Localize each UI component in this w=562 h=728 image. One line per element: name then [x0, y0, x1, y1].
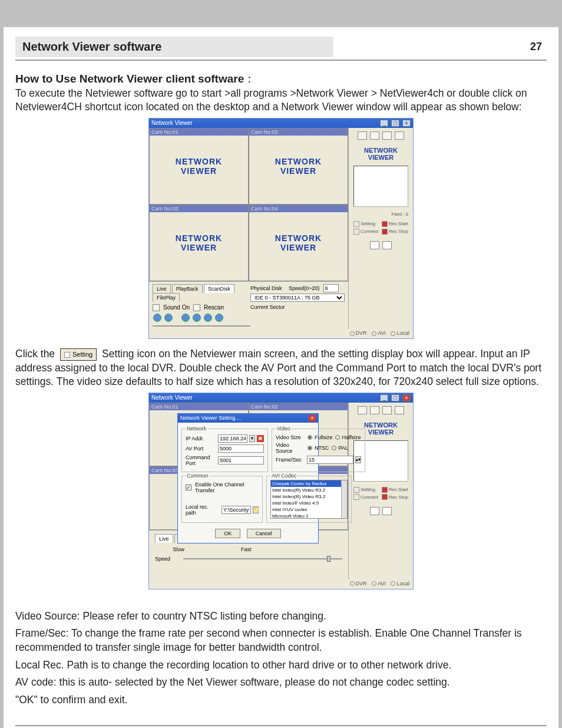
codec-list[interactable]: Cinepak Codec by Radius Intel Indeo(R) V…	[270, 480, 348, 519]
avport-input[interactable]	[218, 444, 264, 453]
fps-input[interactable]	[307, 456, 353, 464]
play-icon[interactable]	[153, 314, 161, 322]
ip-delete-icon[interactable]: ✖	[257, 435, 264, 442]
note-local-rec-path: Local Rec. Path is to change the recordi…	[15, 658, 547, 673]
ip-dropdown-icon[interactable]: ▾	[249, 435, 255, 442]
codec-item[interactable]: Intel Indeo® Video 4.5	[271, 500, 347, 506]
speaker-icon[interactable]	[153, 304, 160, 311]
tab-playback[interactable]: PlayBack	[172, 284, 203, 293]
setting-icon[interactable]	[353, 221, 359, 227]
tab-live[interactable]: Live	[153, 284, 171, 293]
radio-local[interactable]	[391, 331, 395, 336]
codec-scrollbar[interactable]	[341, 480, 347, 518]
minimize-icon[interactable]: _	[380, 120, 388, 127]
layout-quad-icon[interactable]	[382, 241, 392, 249]
codec-item[interactable]: Intel Indeo(R) Video R3.2	[271, 493, 347, 500]
connect-link[interactable]: Connect	[361, 495, 378, 500]
minimize-icon[interactable]: _	[380, 394, 388, 401]
playback-controls[interactable]	[153, 314, 224, 322]
rec-start-link[interactable]: Rec Start	[389, 487, 408, 492]
maximize-icon[interactable]: □	[391, 394, 399, 401]
rescan-label: Rescan	[204, 304, 224, 311]
radio-halfsize[interactable]	[335, 435, 340, 440]
codec-item[interactable]: Microsoft Video 1	[271, 513, 347, 519]
rec-start-icon[interactable]	[382, 487, 388, 493]
local-path-input[interactable]	[222, 506, 251, 514]
setting-link[interactable]: Setting	[361, 221, 375, 226]
side-icon-2[interactable]	[370, 406, 379, 414]
step-back-icon[interactable]	[193, 314, 201, 322]
ok-button[interactable]: OK	[215, 529, 240, 538]
side-icon-4[interactable]	[395, 131, 404, 140]
rec-start-link[interactable]: Rec Start	[389, 221, 408, 226]
tab-strip: Live PlayBack ScanDisk FilePlay	[153, 284, 250, 302]
rec-stop-icon[interactable]	[382, 229, 388, 235]
maximize-icon[interactable]: □	[391, 120, 399, 127]
fps-label: Frame/Sec	[276, 457, 305, 463]
layout-single-icon[interactable]	[370, 507, 379, 515]
tab-scandisk[interactable]: ScanDisk	[204, 284, 234, 293]
side-icon-1[interactable]	[358, 406, 367, 414]
rec-stop-link[interactable]: Rec Stop	[389, 229, 408, 234]
side-icon-4[interactable]	[395, 406, 404, 414]
layout-quad-icon[interactable]	[382, 507, 392, 515]
cmdport-input[interactable]	[218, 456, 264, 465]
tab-live[interactable]: Live	[155, 534, 173, 543]
radio-ntsc[interactable]	[308, 446, 312, 450]
rec-stop-link[interactable]: Rec Stop	[389, 495, 408, 500]
close-icon[interactable]: ×	[402, 394, 411, 401]
video-fieldset: Video Video Size Fullsize Halfsize Video…	[272, 429, 365, 472]
codec-item[interactable]: Intel IYUV codec	[271, 506, 347, 513]
side-icon-3[interactable]	[382, 131, 392, 140]
close-icon[interactable]: ×	[402, 120, 411, 127]
connect-icon[interactable]	[353, 229, 359, 235]
radio-avi[interactable]	[372, 581, 376, 586]
radio-fullsize[interactable]	[308, 435, 312, 440]
codec-item[interactable]: Intel Indeo(R) Video R3.2	[271, 487, 347, 493]
radio-avi[interactable]	[372, 331, 376, 336]
browse-folder-icon[interactable]: 📁	[253, 506, 259, 513]
side-icon-1[interactable]	[358, 131, 367, 140]
setting-icon	[64, 352, 70, 358]
setting-link[interactable]: Setting	[361, 487, 375, 492]
cam-label-2: Cam No:02	[249, 129, 348, 136]
connect-icon[interactable]	[353, 494, 359, 500]
speed-input[interactable]	[323, 284, 339, 292]
vsize-label: Video Size	[276, 434, 305, 440]
radio-local[interactable]	[391, 581, 395, 586]
intro-text: To execute the Netviewer software go to …	[15, 87, 527, 113]
speed-slider[interactable]	[183, 558, 342, 559]
cancel-button[interactable]: Cancel	[247, 529, 281, 538]
tab-fileplay[interactable]: FilePlay	[153, 293, 180, 302]
slow-label: Slow	[155, 546, 184, 552]
side-preview-box	[353, 166, 408, 207]
seek-bar[interactable]	[153, 325, 250, 327]
side-icon-3[interactable]	[382, 406, 392, 414]
rec-start-icon[interactable]	[382, 221, 388, 227]
step-fwd-icon[interactable]	[204, 314, 212, 322]
slider-thumb[interactable]	[327, 556, 330, 562]
side-icon-2[interactable]	[370, 131, 379, 140]
skip-fwd-icon[interactable]	[215, 314, 223, 322]
current-sector-label: Current Sector	[250, 304, 345, 310]
stop-icon[interactable]	[164, 314, 173, 322]
enable-one-checkbox[interactable]	[186, 485, 191, 490]
radio-pal[interactable]	[332, 446, 336, 450]
enable-one-label: Enable One Channel Transfer	[195, 482, 259, 493]
radio-dvr[interactable]	[350, 581, 355, 586]
rec-stop-icon[interactable]	[382, 494, 388, 500]
ip-input[interactable]	[218, 434, 247, 443]
radio-dvr[interactable]	[350, 331, 355, 336]
disk-select[interactable]: IDE 0 - ST380011A : 75 GB	[250, 294, 345, 302]
top-grey-strip	[0, 0, 562, 24]
setting-icon[interactable]	[353, 487, 359, 493]
rescan-icon[interactable]	[193, 304, 200, 311]
connect-link[interactable]: Connect	[361, 229, 378, 234]
dialog-close-icon[interactable]: ×	[309, 415, 316, 421]
window-title: Network Viewer	[151, 120, 193, 126]
fps-spinner-icon[interactable]: ▴▾	[355, 456, 361, 463]
skip-back-icon[interactable]	[181, 314, 190, 322]
side-logo: NETWORK VIEWER	[351, 147, 411, 161]
codec-item[interactable]: Cinepak Codec by Radius	[271, 480, 347, 487]
layout-single-icon[interactable]	[370, 241, 379, 249]
